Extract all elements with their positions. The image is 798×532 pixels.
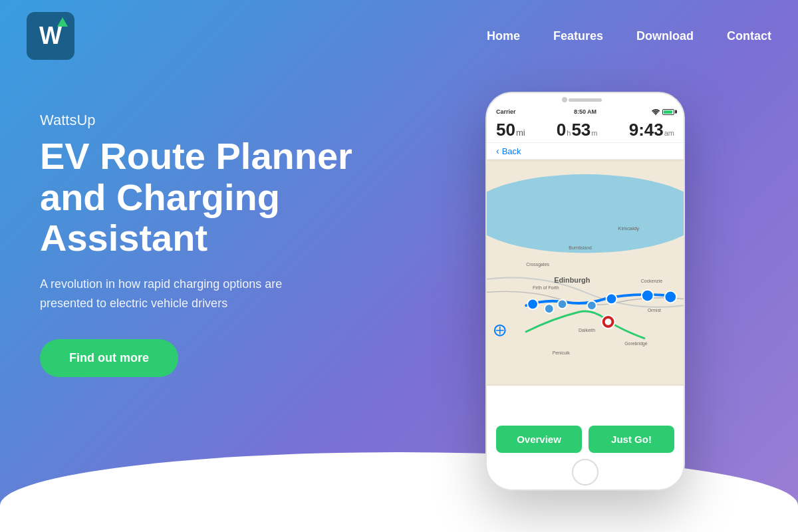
logo[interactable]: W <box>27 12 74 60</box>
route-stats-bar: 50 mi 0 h 53 m 9:43 am <box>487 117 684 143</box>
find-out-more-button[interactable]: Find out more <box>40 339 178 377</box>
nav-home[interactable]: Home <box>487 29 520 43</box>
svg-point-12 <box>527 299 538 309</box>
back-arrow-icon: ‹ <box>496 146 499 156</box>
brand-name: WattsUp <box>40 112 359 129</box>
wifi-icon <box>652 109 660 115</box>
svg-point-20 <box>605 319 612 325</box>
svg-text:Cockenzie: Cockenzie <box>641 279 662 283</box>
nav-features[interactable]: Features <box>553 29 603 43</box>
arrival-ampm: am <box>664 129 674 137</box>
map-svg: Edinburgh Kirkcaldy Crossgates Burntisla… <box>487 160 684 386</box>
svg-point-18 <box>664 291 676 303</box>
phone-action-buttons: Overview Just Go! <box>487 419 684 460</box>
svg-text:Ormist: Ormist <box>648 308 661 313</box>
route-time: 0 h 53 m <box>557 121 598 138</box>
phone-top-area <box>487 93 684 106</box>
svg-text:Gorebridge: Gorebridge <box>624 341 648 346</box>
distance-number: 50 <box>496 121 515 138</box>
overview-button[interactable]: Overview <box>496 426 582 453</box>
time-m-label: m <box>591 129 597 137</box>
svg-text:Dalkeith: Dalkeith <box>579 328 595 332</box>
route-distance: 50 mi <box>496 121 525 138</box>
phone-speaker <box>569 98 602 102</box>
map-area: Edinburgh Kirkcaldy Crossgates Burntisla… <box>487 160 684 386</box>
logo-letter: W <box>39 24 62 48</box>
header: W Home Features Download Contact <box>0 0 798 72</box>
back-navigation: ‹ Back <box>487 143 684 160</box>
hero-text: WattsUp EV Route Planner and Charging As… <box>40 92 359 377</box>
battery-fill <box>664 110 672 114</box>
distance-unit: mi <box>516 128 525 138</box>
time-h-label: h <box>567 129 571 137</box>
route-arrival: 9:43 am <box>629 121 674 138</box>
status-bar: Carrier 8:50 AM <box>487 106 684 117</box>
svg-text:Crossgates: Crossgates <box>526 262 549 267</box>
hero-subtitle: A revolution in how rapid charging optio… <box>40 275 293 313</box>
svg-point-16 <box>606 294 617 305</box>
hero-title: EV Route Planner and Charging Assistant <box>40 136 359 259</box>
back-label: Back <box>502 146 521 156</box>
nav-download[interactable]: Download <box>636 29 694 43</box>
svg-text:Firth of Forth: Firth of Forth <box>533 285 559 290</box>
phone-mockup: Carrier 8:50 AM 50 mi 0 <box>485 92 685 491</box>
status-right <box>652 109 674 115</box>
svg-point-17 <box>642 290 654 302</box>
svg-text:Burntisland: Burntisland <box>569 245 592 250</box>
time-hours: 0 <box>557 121 566 138</box>
svg-point-13 <box>545 304 554 313</box>
just-go-button[interactable]: Just Go! <box>589 426 674 453</box>
arrival-time: 9:43 <box>629 121 664 138</box>
phone-mockup-wrapper: Carrier 8:50 AM 50 mi 0 <box>359 92 758 491</box>
time-mins: 53 <box>571 121 591 138</box>
status-time: 8:50 AM <box>574 108 597 115</box>
nav-contact[interactable]: Contact <box>727 29 771 43</box>
svg-point-14 <box>558 299 567 309</box>
hero-section: WattsUp EV Route Planner and Charging As… <box>0 72 798 491</box>
carrier-text: Carrier <box>496 108 516 115</box>
svg-text:Kirkcaldy: Kirkcaldy <box>618 225 639 231</box>
phone-camera <box>562 97 567 102</box>
phone-home-button[interactable] <box>572 459 598 485</box>
svg-text:Penicuik: Penicuik <box>553 350 571 355</box>
battery-icon <box>662 109 674 115</box>
navigation: Home Features Download Contact <box>487 29 771 43</box>
svg-point-1 <box>487 174 684 253</box>
svg-text:Edinburgh: Edinburgh <box>554 276 590 284</box>
svg-point-15 <box>587 301 597 310</box>
